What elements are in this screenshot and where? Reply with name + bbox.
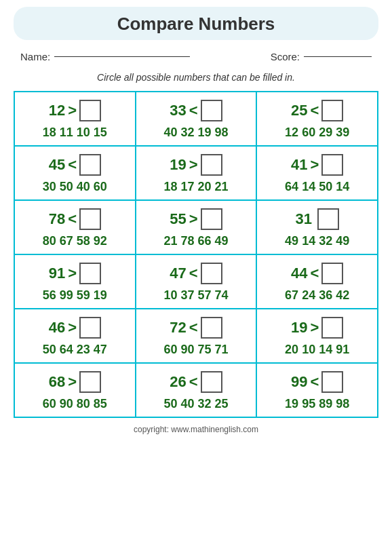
equation-row: 72 <	[170, 317, 222, 339]
options-row: 30 50 40 60	[43, 180, 107, 194]
problem-cell: 26 < 50 40 32 25	[136, 363, 257, 417]
equation-row: 91 >	[49, 263, 101, 284]
options-row: 50 40 32 25	[163, 397, 228, 411]
equation-number: 78	[49, 210, 65, 228]
equation-row: 55 >	[170, 208, 222, 230]
page-title: Compare Numbers	[14, 7, 378, 40]
equation-operator: <	[68, 156, 77, 174]
options-row: 19 95 89 98	[285, 397, 349, 411]
copyright: copyright: www.mathinenglish.com	[14, 425, 378, 438]
answer-box	[201, 154, 222, 176]
answer-box	[201, 317, 222, 339]
answer-box	[201, 208, 222, 230]
answer-box	[321, 371, 343, 393]
problem-cell: 31 49 14 32 49	[256, 200, 378, 254]
equation-row: 19 >	[170, 154, 222, 176]
answer-box	[317, 208, 339, 230]
options-row: 60 90 80 85	[43, 397, 107, 411]
equation-operator: >	[68, 265, 77, 282]
options-row: 49 14 32 49	[285, 234, 349, 248]
problem-cell: 45 < 30 50 40 60	[14, 146, 136, 200]
answer-box	[201, 100, 222, 121]
equation-row: 25 <	[291, 100, 343, 121]
equation-operator: <	[310, 265, 319, 282]
equation-operator: >	[68, 373, 77, 391]
equation-number: 41	[291, 156, 307, 174]
equation-operator: >	[68, 102, 77, 119]
answer-box	[321, 100, 343, 121]
options-row: 56 99 59 19	[43, 288, 107, 303]
equation-operator: >	[68, 319, 77, 337]
equation-number: 55	[170, 210, 186, 228]
equation-number: 19	[170, 156, 186, 174]
instructions: Circle all possible numbers that can be …	[14, 72, 378, 83]
equation-operator: >	[310, 156, 319, 174]
equation-operator: <	[189, 373, 198, 391]
equation-number: 19	[291, 319, 307, 337]
equation-number: 99	[291, 373, 307, 391]
equation-row: 99 <	[291, 371, 343, 393]
answer-box	[79, 208, 101, 230]
equation-number: 44	[291, 265, 307, 282]
equation-row: 45 <	[49, 154, 101, 176]
name-label: Name:	[20, 51, 50, 62]
equation-number: 25	[291, 102, 307, 119]
problem-cell: 41 > 64 14 50 14	[256, 146, 378, 200]
equation-number: 31	[295, 210, 311, 228]
problem-cell: 99 < 19 95 89 98	[256, 363, 378, 417]
equation-operator: <	[310, 373, 319, 391]
equation-row: 19 >	[291, 317, 343, 339]
name-line	[54, 56, 190, 57]
problem-cell: 78 < 80 67 58 92	[14, 200, 136, 254]
problem-cell: 33 < 40 32 19 98	[136, 92, 257, 146]
equation-row: 12 >	[49, 100, 101, 121]
options-row: 40 32 19 98	[163, 126, 228, 140]
problem-cell: 47 < 10 37 57 74	[136, 254, 257, 309]
problem-cell: 25 < 12 60 29 39	[256, 92, 378, 146]
answer-box	[201, 371, 222, 393]
equation-operator: >	[189, 156, 198, 174]
equation-row: 33 <	[170, 100, 222, 121]
problems-grid: 12 > 18 11 10 1533 < 40 32 19 9825 < 12 …	[14, 91, 378, 418]
options-row: 60 90 75 71	[163, 343, 228, 357]
equation-operator: <	[189, 265, 198, 282]
problem-cell: 19 > 18 17 20 21	[136, 146, 257, 200]
problem-cell: 68 > 60 90 80 85	[14, 363, 136, 417]
answer-box	[321, 263, 343, 284]
problem-cell: 72 < 60 90 75 71	[136, 309, 257, 363]
equation-operator: >	[310, 319, 319, 337]
equation-row: 68 >	[49, 371, 101, 393]
equation-number: 45	[49, 156, 65, 174]
options-row: 20 10 14 91	[285, 343, 349, 357]
problem-cell: 91 > 56 99 59 19	[14, 254, 136, 309]
problem-cell: 12 > 18 11 10 15	[14, 92, 136, 146]
options-row: 67 24 36 42	[285, 288, 349, 303]
name-score-row: Name: Score:	[14, 47, 378, 66]
score-label: Score:	[271, 51, 300, 62]
equation-row: 46 >	[49, 317, 101, 339]
answer-box	[79, 154, 101, 176]
equation-row: 41 >	[291, 154, 343, 176]
equation-row: 78 <	[49, 208, 101, 230]
options-row: 12 60 29 39	[285, 126, 349, 140]
problem-cell: 44 < 67 24 36 42	[256, 254, 378, 309]
options-row: 18 17 20 21	[163, 180, 228, 194]
equation-number: 46	[49, 319, 65, 337]
answer-box	[79, 263, 101, 284]
score-field: Score:	[271, 51, 372, 62]
equation-operator: <	[189, 319, 198, 337]
equation-number: 12	[49, 102, 65, 119]
options-row: 64 14 50 14	[285, 180, 349, 194]
answer-box	[321, 154, 343, 176]
answer-box	[79, 317, 101, 339]
equation-operator: >	[189, 210, 198, 228]
answer-box	[201, 263, 222, 284]
name-field: Name:	[20, 51, 190, 62]
equation-number: 72	[170, 319, 186, 337]
answer-box	[321, 317, 343, 339]
equation-row: 44 <	[291, 263, 343, 284]
answer-box	[79, 100, 101, 121]
options-row: 21 78 66 49	[163, 234, 228, 248]
options-row: 50 64 23 47	[43, 343, 107, 357]
problem-cell: 19 > 20 10 14 91	[256, 309, 378, 363]
